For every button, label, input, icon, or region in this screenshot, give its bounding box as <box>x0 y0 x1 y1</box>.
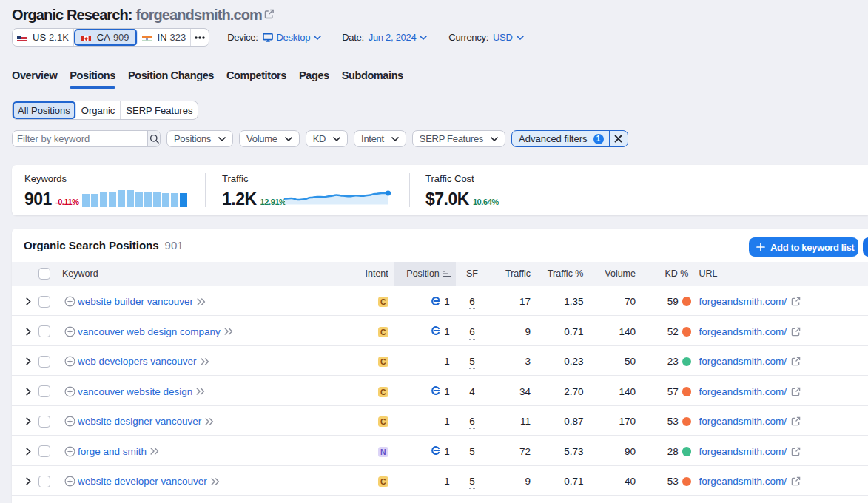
row-checkbox[interactable] <box>38 385 50 397</box>
header-traffic-pct[interactable]: Traffic % <box>536 262 590 286</box>
position-link-icon[interactable] <box>431 297 441 305</box>
keywords-bar-chart[interactable] <box>82 190 187 207</box>
header-sf[interactable]: SF <box>456 262 488 286</box>
tab-overview[interactable]: Overview <box>12 70 57 89</box>
url-link[interactable]: forgeandsmith.com/ <box>699 386 787 397</box>
keyword-details-icon[interactable] <box>211 478 220 485</box>
keyword-details-icon[interactable] <box>197 298 206 305</box>
clear-advanced-filters-button[interactable] <box>610 131 628 146</box>
external-link-icon[interactable] <box>791 297 801 306</box>
keyword-details-icon[interactable] <box>205 418 214 425</box>
sf-value[interactable]: 4 <box>469 386 475 399</box>
external-link-icon[interactable] <box>791 327 801 337</box>
tab-positions[interactable]: Positions <box>70 70 115 89</box>
expand-row-icon[interactable] <box>26 417 31 425</box>
url-link[interactable]: forgeandsmith.com/ <box>699 326 787 337</box>
position-link-icon[interactable] <box>431 326 441 335</box>
filter-intent[interactable]: Intent <box>354 130 406 147</box>
country-tab-us[interactable]: US 2.1K <box>13 29 74 46</box>
external-link-icon[interactable] <box>791 357 801 366</box>
external-link-icon[interactable] <box>791 447 801 456</box>
header-volume[interactable]: Volume <box>589 262 642 286</box>
row-checkbox[interactable] <box>38 476 50 487</box>
position-link-icon[interactable] <box>431 446 441 455</box>
advanced-filters-button[interactable]: Advanced filters 1 <box>512 131 610 146</box>
keyword-link[interactable]: vancouver web design company <box>78 326 221 337</box>
position-link-icon[interactable] <box>431 386 441 395</box>
select-all-checkbox[interactable] <box>38 268 50 280</box>
tab-subdomains[interactable]: Subdomains <box>342 70 403 89</box>
tab-serp-features[interactable]: SERP Features <box>121 101 198 119</box>
intent-badge[interactable]: C <box>378 327 388 337</box>
intent-badge[interactable]: C <box>378 297 388 307</box>
intent-badge[interactable]: N <box>378 447 388 457</box>
external-link-icon[interactable] <box>791 416 801 426</box>
sf-value[interactable]: 6 <box>469 296 475 309</box>
external-link-icon[interactable] <box>791 387 801 396</box>
filter-kd[interactable]: KD <box>306 130 348 147</box>
url-link[interactable]: forgeandsmith.com/ <box>699 416 787 427</box>
sf-value[interactable]: 5 <box>469 446 475 459</box>
country-tab-in[interactable]: IN 323 <box>138 29 192 46</box>
sf-value[interactable]: 6 <box>469 326 475 340</box>
header-traffic[interactable]: Traffic <box>488 262 536 286</box>
tab-competitors[interactable]: Competitors <box>226 70 286 89</box>
header-position[interactable]: Position <box>394 262 456 286</box>
add-keyword-icon[interactable] <box>64 326 75 337</box>
url-link[interactable]: forgeandsmith.com/ <box>699 446 787 457</box>
url-link[interactable]: forgeandsmith.com/ <box>699 356 787 367</box>
country-tab-ca[interactable]: CA 909 <box>74 29 138 46</box>
row-checkbox[interactable] <box>38 356 50 368</box>
sf-value[interactable]: 5 <box>469 476 475 489</box>
header-url[interactable]: URL <box>696 262 868 286</box>
row-checkbox[interactable] <box>38 296 50 308</box>
row-checkbox[interactable] <box>38 416 50 428</box>
expand-row-icon[interactable] <box>26 328 31 336</box>
add-keyword-icon[interactable] <box>64 446 75 457</box>
keyword-link[interactable]: website designer vancouver <box>78 416 201 427</box>
add-to-keyword-list-button[interactable]: Add to keyword list <box>749 237 858 257</box>
add-keyword-icon[interactable] <box>64 356 75 367</box>
keyword-link[interactable]: forge and smith <box>78 446 147 457</box>
keyword-link[interactable]: website developer vancouver <box>78 476 207 487</box>
add-keyword-icon[interactable] <box>64 476 75 487</box>
filter-volume[interactable]: Volume <box>239 130 300 147</box>
url-link[interactable]: forgeandsmith.com/ <box>699 296 787 307</box>
header-intent[interactable]: Intent <box>352 262 394 286</box>
keyword-link[interactable]: vancouver website design <box>78 386 192 397</box>
tab-all-positions[interactable]: All Positions <box>13 101 76 119</box>
row-checkbox[interactable] <box>38 445 50 457</box>
add-keyword-icon[interactable] <box>64 416 75 427</box>
intent-badge[interactable]: C <box>378 387 388 397</box>
intent-badge[interactable]: C <box>378 357 388 367</box>
add-keyword-icon[interactable] <box>64 386 75 397</box>
url-link[interactable]: forgeandsmith.com/ <box>699 476 787 487</box>
currency-value[interactable]: USD <box>493 32 524 43</box>
external-link-icon[interactable] <box>791 476 801 486</box>
keyword-details-icon[interactable] <box>150 448 159 455</box>
add-keyword-icon[interactable] <box>64 296 75 307</box>
header-keyword[interactable]: Keyword <box>62 262 352 286</box>
tab-organic[interactable]: Organic <box>76 101 121 119</box>
expand-row-icon[interactable] <box>26 477 31 485</box>
filter-serp-features[interactable]: SERP Features <box>412 130 505 147</box>
keyword-link[interactable]: website builder vancouver <box>78 296 193 307</box>
row-checkbox[interactable] <box>38 325 50 337</box>
keyword-details-icon[interactable] <box>196 388 205 395</box>
date-value[interactable]: Jun 2, 2024 <box>369 32 428 43</box>
sf-value[interactable]: 5 <box>469 356 475 369</box>
expand-row-icon[interactable] <box>26 357 31 365</box>
keyword-details-icon[interactable] <box>201 358 209 365</box>
expand-row-icon[interactable] <box>26 388 31 396</box>
expand-row-icon[interactable] <box>26 448 31 456</box>
device-value[interactable]: Desktop <box>263 32 322 43</box>
sf-value[interactable]: 6 <box>469 416 475 429</box>
traffic-line-chart[interactable] <box>285 188 393 205</box>
edge-button-partial[interactable] <box>863 237 868 257</box>
tab-position-changes[interactable]: Position Changes <box>128 70 214 89</box>
keyword-filter-input[interactable] <box>13 131 147 146</box>
keyword-link[interactable]: web developers vancouver <box>78 356 197 367</box>
keyword-details-icon[interactable] <box>224 328 233 335</box>
external-link-icon[interactable] <box>264 9 274 19</box>
intent-badge[interactable]: C <box>378 476 388 487</box>
